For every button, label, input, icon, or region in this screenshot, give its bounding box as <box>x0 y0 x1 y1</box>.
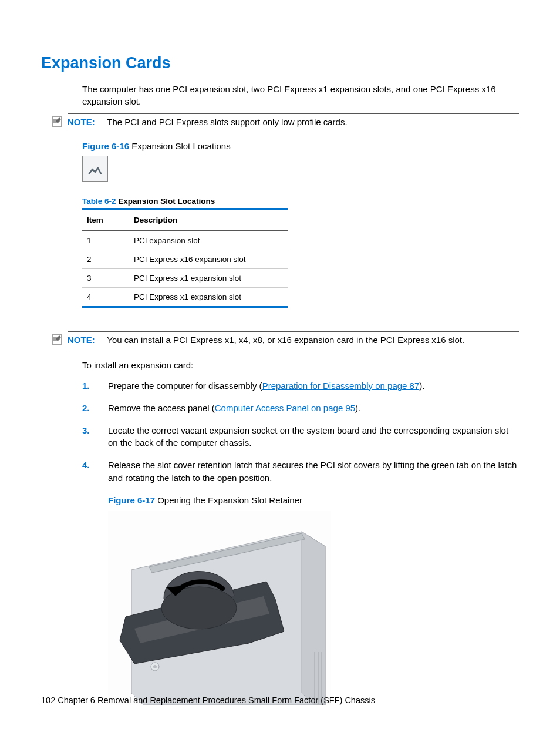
table-row: 3 PCI Express x1 expansion slot <box>82 269 288 288</box>
figure-image-broken <box>82 156 108 182</box>
table-row: 2 PCI Express x16 expansion slot <box>82 250 288 269</box>
table-header-desc: Description <box>129 209 288 231</box>
figure-title: Opening the Expansion Slot Retainer <box>155 495 302 505</box>
table-cell-item: 4 <box>82 288 129 307</box>
svg-point-13 <box>153 665 157 668</box>
table-label: Table 6-2 <box>82 197 116 206</box>
note-text: The PCI and PCI Express slots support on… <box>107 117 347 127</box>
step-4: 4. Release the slot cover retention latc… <box>82 459 519 705</box>
figure-caption-2: Figure 6-17 Opening the Expansion Slot R… <box>108 494 519 507</box>
expansion-slot-table: Item Description 1 PCI expansion slot 2 … <box>82 208 288 308</box>
table-cell-item: 2 <box>82 250 129 269</box>
step-number: 2. <box>82 402 90 415</box>
intro-paragraph: The computer has one PCI expansion slot,… <box>82 83 519 107</box>
table-title: Expansion Slot Locations <box>116 197 215 206</box>
figure-caption-1: Figure 6-16 Expansion Slot Locations <box>82 141 519 151</box>
step-text-pre: Remove the access panel ( <box>108 403 215 413</box>
step-text-pre: Prepare the computer for disassembly ( <box>108 381 262 391</box>
page-number: 102 <box>41 695 55 705</box>
note-block-2: NOTE: You can install a PCI Express x1, … <box>68 331 519 348</box>
figure-title: Expansion Slot Locations <box>129 141 231 151</box>
page-footer: 102 Chapter 6 Removal and Replacement Pr… <box>41 695 375 705</box>
step-text-post: ). <box>355 403 360 413</box>
step-number: 4. <box>82 459 90 472</box>
step-3: 3. Locate the correct vacant expansion s… <box>82 424 519 450</box>
step-number: 3. <box>82 424 90 437</box>
table-header-item: Item <box>82 209 129 231</box>
table-row: 4 PCI Express x1 expansion slot <box>82 288 288 307</box>
figure-label: Figure 6-16 <box>82 141 129 151</box>
figure-image-retainer <box>108 511 331 705</box>
step-2: 2. Remove the access panel (Computer Acc… <box>82 402 519 415</box>
note-text: You can install a PCI Express x1, x4, x8… <box>107 335 464 345</box>
table-cell-item: 1 <box>82 231 129 250</box>
note-label: NOTE: <box>68 117 95 127</box>
step-text-post: ). <box>419 381 424 391</box>
instruction-lead: To install an expansion card: <box>82 359 519 371</box>
link-preparation-for-disassembly[interactable]: Preparation for Disassembly on page 87 <box>262 381 420 391</box>
section-title: Expansion Cards <box>41 54 519 72</box>
step-1: 1. Prepare the computer for disassembly … <box>82 379 519 392</box>
table-row: 1 PCI expansion slot <box>82 231 288 250</box>
note-block-1: NOTE: The PCI and PCI Express slots supp… <box>68 113 519 130</box>
footer-chapter: Chapter 6 Removal and Replacement Proced… <box>55 695 375 705</box>
step-list: 1. Prepare the computer for disassembly … <box>82 379 519 705</box>
step-text: Locate the correct vacant expansion sock… <box>108 425 508 448</box>
note-icon <box>52 116 62 127</box>
figure-label: Figure 6-17 <box>108 495 155 505</box>
link-computer-access-panel[interactable]: Computer Access Panel on page 95 <box>215 403 355 413</box>
table-cell-item: 3 <box>82 269 129 288</box>
table-cell-desc: PCI expansion slot <box>129 231 288 250</box>
note-label: NOTE: <box>68 335 95 345</box>
step-number: 1. <box>82 379 90 392</box>
table-caption: Table 6-2 Expansion Slot Locations <box>82 196 519 206</box>
table-cell-desc: PCI Express x1 expansion slot <box>129 288 288 307</box>
step-text: Release the slot cover retention latch t… <box>108 460 517 483</box>
table-cell-desc: PCI Express x16 expansion slot <box>129 250 288 269</box>
table-cell-desc: PCI Express x1 expansion slot <box>129 269 288 288</box>
note-icon <box>52 334 62 345</box>
